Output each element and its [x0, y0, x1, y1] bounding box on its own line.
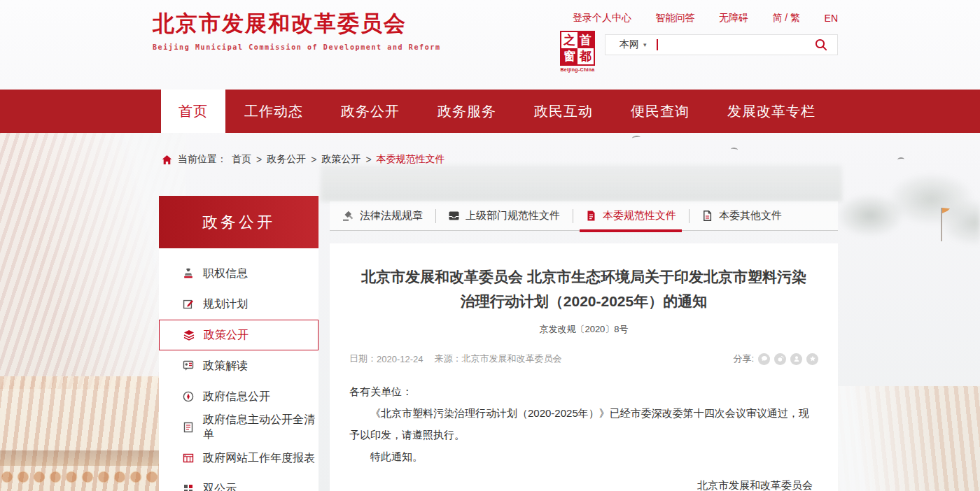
sidebar-item-label: 政策公开	[204, 328, 248, 343]
sidebar-item-label: 政策解读	[203, 359, 248, 373]
seal-char: 都	[578, 48, 594, 64]
home-icon[interactable]	[162, 155, 172, 165]
breadcrumb-policy-disclosure[interactable]: 政策公开	[321, 153, 360, 166]
background-roof-bottom-right	[836, 386, 980, 491]
utility-links: 登录个人中心 智能问答 无障碍 简 / 繁 EN	[573, 12, 838, 24]
article-title: 北京市发展和改革委员会 北京市生态环境局关于印发北京市塑料污染治理行动计划（20…	[355, 264, 813, 313]
sidebar-title: 政务公开	[159, 196, 318, 248]
share-label: 分享:	[733, 353, 754, 365]
date-label: 日期：	[349, 353, 377, 365]
breadcrumb-separator: >	[365, 154, 371, 165]
main-nav-items: 首页 工作动态 政务公开 政务服务 政民互动 便民查询 发展改革专栏	[161, 90, 834, 133]
sidebar-item-label: 政府信息公开	[203, 390, 270, 404]
inbox-icon	[448, 210, 460, 222]
seal-caption: Beijing-China	[558, 67, 597, 72]
source-value: 北京市发展和改革委员会	[462, 353, 562, 365]
tab-superior-normative-docs[interactable]: 上级部门规范性文件	[435, 201, 573, 230]
share-weibo-icon[interactable]	[774, 353, 786, 365]
article-panel: 北京市发展和改革委员会 北京市生态环境局关于印发北京市塑料污染治理行动计划（20…	[330, 243, 838, 491]
breadcrumb-separator: >	[311, 154, 316, 165]
tab-label: 上级部门规范性文件	[465, 209, 560, 222]
breadcrumb-gov-disclosure[interactable]: 政务公开	[267, 153, 306, 166]
english-link[interactable]: EN	[825, 13, 838, 24]
compass-icon	[182, 390, 195, 403]
nav-item-convenient-inquiry[interactable]: 便民查询	[612, 90, 708, 133]
interpret-icon	[182, 360, 195, 372]
seal-char: 之	[561, 32, 578, 48]
red-document-icon	[585, 210, 597, 222]
document-number: 京发改规〔2020〕8号	[349, 323, 818, 336]
bird-silhouette	[731, 148, 738, 152]
paragraph: 《北京市塑料污染治理行动计划（2020-2025年）》已经市委深改委第十四次会议…	[349, 402, 818, 446]
background-roof-beam	[0, 450, 167, 466]
sidebar-item-planning[interactable]: 规划计划	[159, 289, 318, 320]
seal-grid: 之 首 窗 都	[560, 31, 595, 66]
tab-label: 法律法规规章	[360, 209, 423, 222]
article-meta: 日期： 2020-12-24 来源： 北京市发展和改革委员会 分享:	[349, 353, 818, 365]
plan-doc-icon	[182, 298, 195, 311]
background-trees-right	[827, 161, 980, 252]
doc-list-icon	[182, 421, 195, 434]
sidebar-item-authority-info[interactable]: 职权信息	[159, 258, 318, 289]
sidebar-item-policy-disclosure[interactable]: 政策公开	[159, 320, 318, 350]
sidebar-item-label: 职权信息	[203, 266, 248, 281]
site-subtitle-en: Beijing Municipal Commission of Developm…	[153, 43, 441, 51]
grid-icon	[182, 483, 195, 491]
nav-item-gov-disclosure[interactable]: 政务公开	[322, 90, 419, 133]
tab-label: 本委其他文件	[719, 209, 782, 222]
nav-item-reform-special[interactable]: 发展改革专栏	[708, 90, 834, 133]
nav-item-gov-services[interactable]: 政务服务	[419, 90, 515, 133]
seal-char: 窗	[561, 48, 578, 64]
share-more-icon[interactable]	[806, 353, 818, 365]
sidebar-item-website-annual-report[interactable]: 政府网站工作年度报表	[159, 443, 318, 474]
search-button[interactable]	[814, 38, 828, 52]
sidebar-item-label: 政府信息主动公开全清单	[203, 413, 318, 442]
search-icon	[814, 38, 828, 52]
accessibility-link[interactable]: 无障碍	[719, 12, 748, 24]
share-wechat-icon[interactable]	[758, 353, 770, 365]
sidebar-item-policy-interpretation[interactable]: 政策解读	[159, 350, 318, 381]
capital-window-seal-logo[interactable]: 之 首 窗 都 Beijing-China	[558, 31, 597, 72]
signature: 北京市发展和改革委员会	[349, 474, 818, 491]
share-qq-icon[interactable]	[790, 353, 802, 365]
breadcrumb-home[interactable]: 首页	[232, 153, 251, 166]
background-roof-left	[0, 130, 186, 389]
share-bar: 分享:	[733, 353, 818, 365]
nav-item-home[interactable]: 首页	[161, 90, 225, 133]
simplified-traditional-link[interactable]: 简 / 繁	[772, 12, 800, 24]
gavel-icon	[342, 210, 354, 222]
breadcrumb-current: 本委规范性文件	[377, 153, 445, 166]
main-nav: 首页 工作动态 政务公开 政务服务 政民互动 便民查询 发展改革专栏	[0, 90, 980, 133]
sidebar-menu: 职权信息 规划计划 政策公开 政策解读	[159, 248, 318, 491]
site-logo[interactable]: 北京市发展和改革委员会 Beijing Municipal Commission…	[153, 9, 441, 51]
background-roof-bottom-left	[0, 376, 167, 491]
sidebar-item-label: 双公示	[203, 482, 237, 491]
tab-commission-other-docs[interactable]: 本委其他文件	[689, 201, 794, 230]
report-table-icon	[182, 452, 195, 464]
file-icon	[701, 210, 713, 222]
bird-silhouette	[897, 157, 904, 162]
background-roof-eaves	[0, 467, 167, 491]
chevron-down-icon: ▾	[643, 41, 647, 48]
sidebar-item-proactive-disclosure-list[interactable]: 政府信息主动公开全清单	[159, 412, 318, 443]
document-tabs: 法律法规规章 上级部门规范性文件 本委规范性文件 本委其他文件	[330, 201, 838, 231]
seal-char: 首	[578, 32, 594, 48]
breadcrumb: 当前位置： 首页 > 政务公开 > 政策公开 > 本委规范性文件	[162, 153, 447, 166]
sidebar-item-gov-info-disclosure[interactable]: 政府信息公开	[159, 381, 318, 412]
stamp-icon	[182, 267, 195, 280]
smart-qa-link[interactable]: 智能问答	[655, 12, 694, 24]
tab-laws-regulations[interactable]: 法律法规规章	[330, 201, 435, 230]
site-title: 北京市发展和改革委员会	[153, 9, 441, 38]
tab-commission-normative-docs[interactable]: 本委规范性文件	[573, 201, 689, 230]
nav-item-work-news[interactable]: 工作动态	[225, 90, 322, 133]
search-input[interactable]	[658, 35, 814, 55]
search-scope-dropdown[interactable]: 本网	[620, 38, 639, 51]
sidebar-item-dual-publicity[interactable]: 双公示	[159, 474, 318, 491]
background-flagpole	[941, 208, 942, 241]
tab-label: 本委规范性文件	[603, 209, 676, 222]
nav-item-public-interaction[interactable]: 政民互动	[515, 90, 612, 133]
breadcrumb-separator: >	[256, 154, 262, 165]
login-personal-center-link[interactable]: 登录个人中心	[573, 12, 631, 24]
source-label: 来源：	[435, 353, 462, 365]
background-treeline	[321, 165, 842, 201]
